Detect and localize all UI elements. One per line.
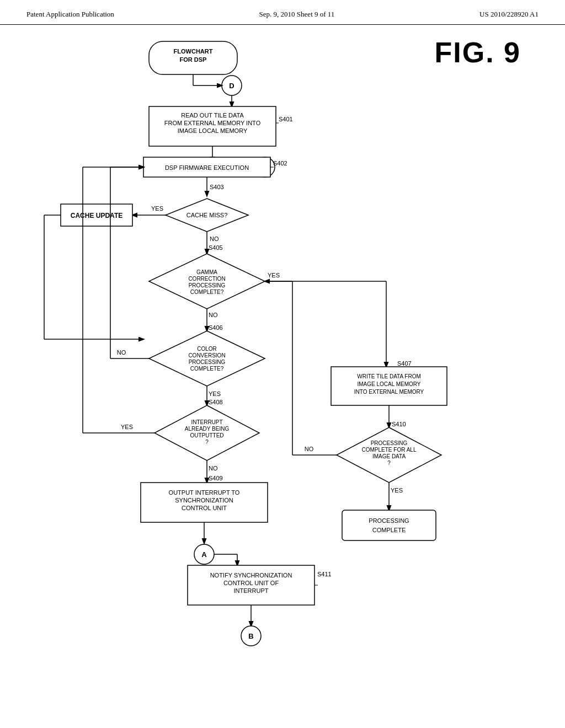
svg-text:IMAGE LOCAL MEMORY: IMAGE LOCAL MEMORY (357, 381, 420, 387)
svg-text:S406: S406 (209, 324, 223, 331)
svg-text:OUTPUTTED: OUTPUTTED (190, 432, 223, 438)
svg-text:S409: S409 (209, 475, 223, 481)
svg-text:CACHE MISS?: CACHE MISS? (186, 212, 228, 218)
header-right: US 2010/228920 A1 (479, 10, 539, 19)
svg-text:NOTIFY SYNCHRONIZATION: NOTIFY SYNCHRONIZATION (210, 572, 292, 579)
svg-text:S405: S405 (209, 244, 223, 251)
svg-text:NO: NO (209, 312, 218, 318)
svg-text:INTERRUPT: INTERRUPT (234, 587, 269, 594)
svg-text:A: A (201, 550, 207, 559)
svg-text:YES: YES (151, 205, 163, 212)
svg-text:NO: NO (305, 446, 314, 452)
svg-text:S408: S408 (209, 399, 223, 405)
svg-text:ALREADY BEING: ALREADY BEING (185, 426, 230, 432)
svg-text:COMPLETE?: COMPLETE? (190, 289, 224, 295)
header: Patent Application Publication Sep. 9, 2… (0, 0, 565, 25)
svg-text:S403: S403 (210, 184, 224, 190)
svg-text:COLOR: COLOR (197, 346, 217, 352)
svg-text:?: ? (205, 439, 209, 445)
svg-text:D: D (229, 82, 234, 90)
svg-text:IMAGE LOCAL MEMORY: IMAGE LOCAL MEMORY (178, 127, 248, 134)
svg-text:PROCESSING: PROCESSING (369, 517, 409, 524)
svg-text:WRITE TILE DATA FROM: WRITE TILE DATA FROM (357, 373, 421, 379)
svg-text:YES: YES (121, 424, 133, 430)
svg-text:NO: NO (210, 235, 219, 242)
svg-text:NO: NO (209, 465, 218, 472)
svg-text:CONVERSION: CONVERSION (188, 352, 225, 358)
svg-text:FLOWCHART: FLOWCHART (174, 48, 213, 55)
svg-text:FOR DSP: FOR DSP (180, 56, 207, 63)
svg-text:FROM EXTERNAL MEMORY INTO: FROM EXTERNAL MEMORY INTO (164, 120, 261, 126)
svg-text:GAMMA: GAMMA (196, 269, 217, 275)
header-left: Patent Application Publication (26, 10, 114, 19)
flowchart-svg: FLOWCHART FOR DSP D READ OUT TILE DATA F… (0, 25, 565, 720)
svg-text:SYNCHRONIZATION: SYNCHRONIZATION (175, 497, 233, 504)
svg-text:CONTROL UNIT OF: CONTROL UNIT OF (223, 580, 279, 586)
svg-text:NO: NO (117, 349, 126, 356)
svg-text:CACHE UPDATE: CACHE UPDATE (71, 212, 122, 220)
svg-text:?: ? (387, 460, 391, 466)
svg-marker-48 (149, 331, 265, 386)
svg-text:CONTROL UNIT: CONTROL UNIT (182, 505, 227, 511)
svg-text:DSP FIRMWARE EXECUTION: DSP FIRMWARE EXECUTION (165, 164, 249, 171)
svg-rect-90 (342, 510, 436, 540)
svg-text:CORRECTION: CORRECTION (188, 276, 225, 282)
svg-text:YES: YES (268, 272, 280, 279)
svg-text:PROCESSING: PROCESSING (371, 440, 408, 446)
svg-text:B: B (248, 632, 253, 640)
svg-text:PROCESSING: PROCESSING (189, 359, 226, 365)
header-middle: Sep. 9, 2010 Sheet 9 of 11 (259, 10, 335, 19)
svg-text:COMPLETE: COMPLETE (372, 527, 406, 533)
svg-text:S411: S411 (317, 571, 332, 577)
svg-text:IMAGE DATA: IMAGE DATA (372, 453, 406, 459)
svg-text:S407: S407 (397, 360, 412, 367)
svg-text:COMPLETE FOR ALL: COMPLETE FOR ALL (362, 447, 417, 453)
main-content: FIG. 9 FLOWCHART FOR DSP D READ OUT TILE… (0, 25, 565, 720)
svg-text:READ OUT TILE DATA: READ OUT TILE DATA (181, 112, 244, 119)
svg-text:YES: YES (209, 390, 221, 397)
svg-text:S410: S410 (392, 421, 406, 427)
svg-text:OUTPUT INTERRUPT TO: OUTPUT INTERRUPT TO (169, 489, 240, 496)
svg-text:INTO  EXTERNAL MEMORY: INTO EXTERNAL MEMORY (354, 389, 424, 395)
svg-text:COMPLETE?: COMPLETE? (190, 366, 224, 372)
svg-text:YES: YES (391, 487, 403, 494)
svg-text:INTERRUPT: INTERRUPT (191, 419, 222, 425)
svg-text:PROCESSING: PROCESSING (189, 282, 226, 288)
svg-text:S401: S401 (279, 116, 293, 122)
svg-text:S402: S402 (273, 160, 287, 167)
